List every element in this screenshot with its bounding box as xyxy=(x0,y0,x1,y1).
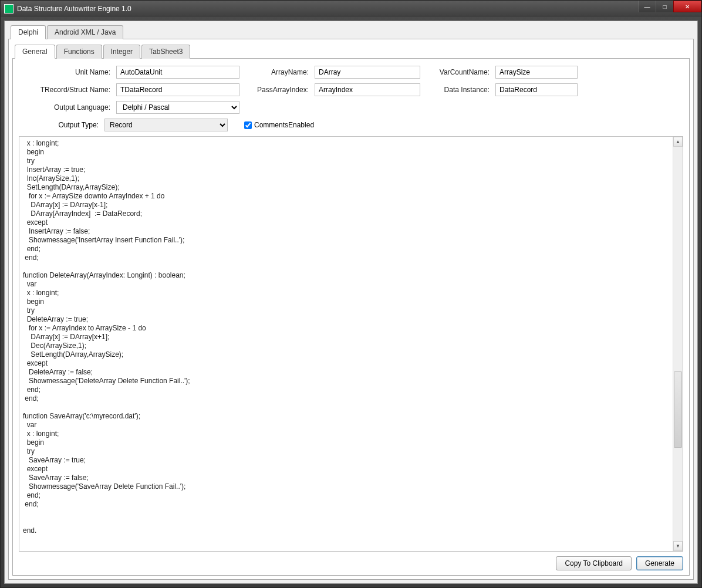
output-type-select[interactable]: Record xyxy=(104,119,228,131)
app-icon xyxy=(4,4,14,13)
tab-android[interactable]: Android XML / Java xyxy=(47,25,123,39)
scroll-thumb[interactable] xyxy=(674,371,682,448)
code-output-area: x : longint; begin try InsertArray := tr… xyxy=(19,136,683,552)
data-instance-input[interactable] xyxy=(495,83,578,96)
footer-buttons: Copy To Clipboard Generate xyxy=(16,552,686,572)
output-type-row: Output Type: Record CommentsEnabled xyxy=(16,119,686,136)
general-panel: Unit Name: ArrayName: VarCountName: TRec… xyxy=(12,59,690,576)
record-struct-input[interactable] xyxy=(116,83,239,96)
outer-tabstrip: Delphi Android XML / Java xyxy=(8,25,694,39)
label-unit-name: Unit Name: xyxy=(20,68,114,76)
label-output-lang: Output Language: xyxy=(20,103,114,111)
label-varcount: VarCountName: xyxy=(423,68,493,76)
label-passarray: PassArrayIndex: xyxy=(242,86,312,94)
copy-clipboard-button[interactable]: Copy To Clipboard xyxy=(556,556,632,570)
tab-tabsheet3[interactable]: TabSheet3 xyxy=(141,45,190,59)
scroll-up-icon[interactable]: ▲ xyxy=(673,137,683,147)
client-area: Delphi Android XML / Java General Functi… xyxy=(4,21,698,584)
scroll-down-icon[interactable]: ▼ xyxy=(673,541,683,551)
titlebar[interactable]: Data Structure Autowriter Engine 1.0 — □… xyxy=(1,1,701,17)
tab-general[interactable]: General xyxy=(15,45,55,59)
inner-tabstrip: General Functions Integer TabSheet3 xyxy=(12,44,690,59)
window-title: Data Structure Autowriter Engine 1.0 xyxy=(17,5,131,13)
main-window: Data Structure Autowriter Engine 1.0 — □… xyxy=(0,0,702,588)
maximize-button[interactable]: □ xyxy=(656,1,673,12)
vertical-scrollbar[interactable]: ▲ ▼ xyxy=(673,137,683,551)
array-name-input[interactable] xyxy=(315,66,420,79)
label-comments-enabled: CommentsEnabled xyxy=(254,121,314,129)
tab-delphi[interactable]: Delphi xyxy=(11,25,46,39)
tab-functions[interactable]: Functions xyxy=(56,45,102,59)
tab-integer[interactable]: Integer xyxy=(103,45,140,59)
label-data-instance: Data Instance: xyxy=(423,86,493,94)
label-record-struct: TRecord/Struct Name: xyxy=(20,86,114,94)
comments-enabled-checkbox[interactable] xyxy=(244,121,252,129)
passarray-input[interactable] xyxy=(315,83,420,96)
generate-button[interactable]: Generate xyxy=(636,556,683,570)
minimize-button[interactable]: — xyxy=(638,1,656,12)
window-buttons: — □ ✕ xyxy=(638,1,701,12)
varcount-input[interactable] xyxy=(495,66,578,79)
label-array-name: ArrayName: xyxy=(242,68,312,76)
unit-name-input[interactable] xyxy=(116,66,239,79)
outer-tab-content: General Functions Integer TabSheet3 Unit… xyxy=(8,39,694,580)
close-button[interactable]: ✕ xyxy=(673,1,701,12)
label-output-type: Output Type: xyxy=(20,121,102,129)
code-output-text[interactable]: x : longint; begin try InsertArray := tr… xyxy=(19,137,683,551)
output-lang-select[interactable]: Delphi / Pascal xyxy=(116,101,239,114)
form-grid: Unit Name: ArrayName: VarCountName: TRec… xyxy=(16,63,686,119)
